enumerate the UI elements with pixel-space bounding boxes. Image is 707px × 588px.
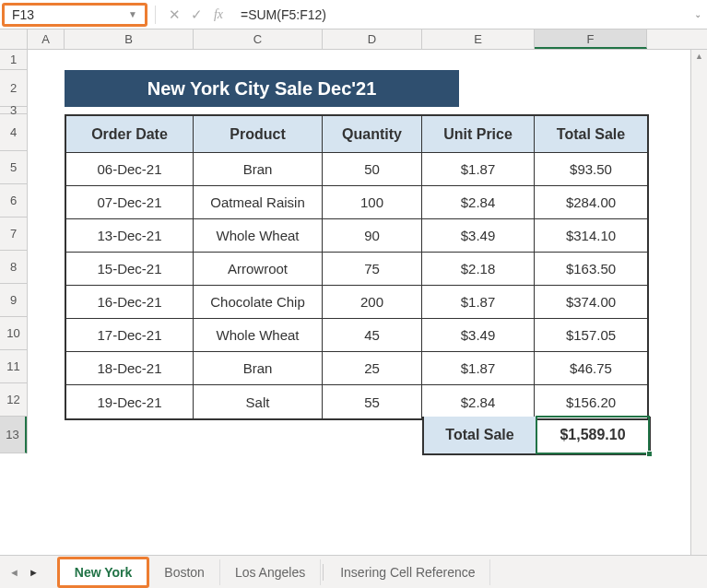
cell[interactable]: 25 [323, 352, 422, 385]
cell[interactable]: $2.18 [422, 253, 535, 286]
row-header[interactable]: 6 [0, 184, 27, 218]
cell[interactable]: $46.75 [535, 352, 647, 385]
header-total-sale[interactable]: Total Sale [535, 116, 647, 153]
header-product[interactable]: Product [194, 116, 323, 153]
col-header-E[interactable]: E [422, 29, 535, 49]
accept-icon[interactable]: ✓ [185, 4, 207, 26]
tab-los-angeles[interactable]: Los Angeles [220, 559, 321, 585]
cell[interactable]: 50 [323, 153, 422, 186]
nav-prev-icon[interactable]: ◄ [9, 567, 19, 578]
cell[interactable]: $314.10 [535, 219, 647, 253]
vertical-scrollbar[interactable] [690, 50, 707, 559]
table-row: 18-Dec-21Bran25$1.87$46.75 [66, 352, 647, 385]
title-banner[interactable]: New York City Sale Dec'21 [65, 70, 459, 107]
table-row: 07-Dec-21Oatmeal Raisin100$2.84$284.00 [66, 186, 647, 219]
cell[interactable]: $284.00 [535, 186, 647, 219]
cell[interactable]: 45 [323, 319, 422, 352]
total-value-cell[interactable]: $1,589.10 [536, 417, 649, 453]
name-box[interactable]: F13 ▼ [2, 3, 147, 27]
cell[interactable]: Oatmeal Raisin [194, 186, 323, 219]
row-header[interactable]: 1 [0, 50, 27, 70]
cell[interactable]: $3.49 [422, 219, 535, 253]
column-headers: A B C D E F [0, 29, 707, 50]
fill-handle[interactable] [646, 451, 653, 457]
cell[interactable]: Salt [194, 385, 323, 418]
fx-icon[interactable]: fx [207, 4, 230, 26]
cell[interactable]: 90 [323, 219, 422, 253]
sheet-tabs: ◄ ► New York Boston Los Angeles Insering… [0, 555, 707, 588]
cell[interactable]: 55 [323, 385, 422, 418]
cell[interactable]: $157.05 [535, 319, 647, 352]
formula-input[interactable]: =SUM(F5:F12) [230, 7, 689, 22]
col-header-F[interactable]: F [535, 29, 647, 49]
tab-separator [323, 564, 324, 581]
cell[interactable]: 19-Dec-21 [66, 385, 194, 418]
cell[interactable]: $1.87 [422, 153, 535, 186]
cell[interactable]: Bran [194, 352, 323, 385]
col-header-A[interactable]: A [28, 29, 65, 49]
cell[interactable]: $163.50 [535, 253, 647, 286]
row-header[interactable]: 4 [0, 114, 27, 151]
cell[interactable]: 75 [323, 253, 422, 286]
cell[interactable]: $156.20 [535, 385, 647, 418]
separator [155, 6, 156, 24]
cell[interactable]: Whole Wheat [194, 219, 323, 253]
row-header[interactable]: 3 [0, 107, 27, 114]
cell[interactable]: $3.49 [422, 319, 535, 352]
cell[interactable]: $2.84 [422, 186, 535, 219]
cell[interactable]: $1.87 [422, 352, 535, 385]
cell[interactable]: Whole Wheat [194, 319, 323, 352]
col-header-D[interactable]: D [323, 29, 422, 49]
row-header[interactable]: 10 [0, 317, 27, 350]
row-header[interactable]: 9 [0, 284, 27, 317]
header-unit-price[interactable]: Unit Price [422, 116, 535, 153]
formula-bar: F13 ▼ ✕ ✓ fx =SUM(F5:F12) ⌄ [0, 0, 707, 29]
table-header-row: Order Date Product Quantity Unit Price T… [66, 116, 647, 153]
select-all-corner[interactable] [0, 29, 28, 49]
cell[interactable]: Chocolate Chip [194, 286, 323, 319]
row-header[interactable]: 2 [0, 70, 27, 107]
cell[interactable]: 100 [323, 186, 422, 219]
cell[interactable]: $1.87 [422, 286, 535, 319]
table-row: 16-Dec-21Chocolate Chip200$1.87$374.00 [66, 286, 647, 319]
cells-area[interactable]: New York City Sale Dec'21 Order Date Pro… [28, 50, 707, 453]
cell[interactable]: 15-Dec-21 [66, 253, 194, 286]
row-header[interactable]: 13 [0, 417, 27, 453]
row-header[interactable]: 5 [0, 151, 27, 184]
cancel-icon[interactable]: ✕ [163, 4, 185, 26]
nav-next-icon[interactable]: ► [29, 567, 39, 578]
row-header[interactable]: 7 [0, 218, 27, 251]
cell[interactable]: 06-Dec-21 [66, 153, 194, 186]
cell[interactable]: $2.84 [422, 385, 535, 418]
cell[interactable]: $93.50 [535, 153, 647, 186]
total-label-cell[interactable]: Total Sale [424, 417, 536, 453]
row-header[interactable]: 12 [0, 383, 27, 417]
table-row: 15-Dec-21Arrowroot75$2.18$163.50 [66, 253, 647, 286]
cell[interactable]: 16-Dec-21 [66, 286, 194, 319]
table-row: 13-Dec-21Whole Wheat90$3.49$314.10 [66, 219, 647, 253]
cell[interactable]: 18-Dec-21 [66, 352, 194, 385]
chevron-down-icon[interactable]: ▼ [128, 9, 137, 19]
row-header[interactable]: 11 [0, 350, 27, 383]
row-header[interactable]: 8 [0, 251, 27, 284]
cell[interactable]: 13-Dec-21 [66, 219, 194, 253]
tab-new-york[interactable]: New York [57, 557, 150, 588]
tab-nav: ◄ ► [9, 567, 39, 578]
col-header-B[interactable]: B [65, 29, 194, 49]
expand-formula-icon[interactable]: ⌄ [689, 9, 707, 19]
cell[interactable]: 17-Dec-21 [66, 319, 194, 352]
header-quantity[interactable]: Quantity [323, 116, 422, 153]
row-headers: 1 2 3 4 5 6 7 8 9 10 11 12 13 [0, 50, 28, 453]
cell[interactable]: Arrowroot [194, 253, 323, 286]
tab-inserting-cell-reference[interactable]: Insering Cell Reference [325, 559, 490, 585]
total-value: $1,589.10 [560, 427, 625, 443]
cell[interactable]: Bran [194, 153, 323, 186]
tab-boston[interactable]: Boston [149, 559, 220, 585]
cell[interactable]: 200 [323, 286, 422, 319]
cell[interactable]: 07-Dec-21 [66, 186, 194, 219]
col-header-C[interactable]: C [194, 29, 323, 49]
total-row: Total Sale $1,589.10 [422, 417, 651, 455]
cell[interactable]: $374.00 [535, 286, 647, 319]
table-row: 06-Dec-21Bran50$1.87$93.50 [66, 153, 647, 186]
header-order-date[interactable]: Order Date [66, 116, 194, 153]
